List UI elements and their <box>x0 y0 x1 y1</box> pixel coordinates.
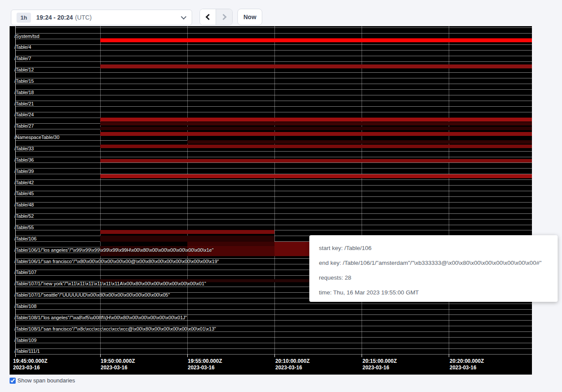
tooltip-requests: requests: 28 <box>319 270 558 285</box>
row-label: /Table/27 <box>14 123 34 129</box>
duration-badge: 1h <box>17 13 31 23</box>
span-boundary-line <box>15 348 532 349</box>
span-boundary-line <box>15 191 532 191</box>
span-boundary-line <box>15 157 532 157</box>
span-boundary-line <box>15 225 532 225</box>
row-label: /Table/107/1/"seattle"/"UUUUUUD\x00\x80\… <box>14 292 170 298</box>
time-gridline <box>362 26 362 356</box>
span-boundary-line <box>15 202 532 203</box>
span-boundary-line <box>15 179 532 180</box>
span-boundary-line <box>15 196 532 197</box>
heatmap-band[interactable] <box>100 174 532 178</box>
span-boundary-line <box>15 101 532 101</box>
row-label: /Table/24 <box>14 112 34 118</box>
row-label: /Table/107 <box>14 270 37 275</box>
next-time-button[interactable] <box>216 9 232 25</box>
span-boundary-line <box>15 162 532 163</box>
span-boundary-line <box>15 95 532 95</box>
time-nav-group <box>200 9 233 25</box>
span-boundary-line <box>15 61 532 62</box>
heatmap-band[interactable] <box>100 132 532 136</box>
span-boundary-line <box>15 27 532 28</box>
x-axis-tick-label: 19:50:00.000Z2023-03-16 <box>101 358 135 371</box>
row-label: /Table/109 <box>14 338 37 343</box>
row-label: /Table/36 <box>14 157 34 163</box>
heatmap-band[interactable] <box>100 118 532 122</box>
tick-date: 2023-03-16 <box>362 365 397 371</box>
span-boundary-line <box>15 185 532 186</box>
row-label: /Table/108/1/"san francisco"/"\x8c\xcc\x… <box>14 326 216 332</box>
row-label: /Table/111/1 <box>14 348 40 354</box>
chevron-down-icon <box>181 14 186 20</box>
span-boundary-line <box>15 84 532 84</box>
tick-date: 2023-03-16 <box>188 365 222 371</box>
row-label: /Table/108/1/"los angeles"/"\xa8\xf5\u00… <box>14 315 187 321</box>
row-label: /Table/42 <box>14 180 34 186</box>
prev-time-button[interactable] <box>200 9 216 25</box>
span-boundary-line <box>15 304 532 304</box>
span-boundary-line <box>15 33 532 34</box>
time-range-label: 19:24 - 20:24 <box>36 14 73 21</box>
heatmap-band[interactable] <box>100 127 532 130</box>
span-boundary-line <box>15 56 532 56</box>
span-boundary-line <box>15 219 532 220</box>
tooltip-time: time: Thu, 16 Mar 2023 19:55:00 GMT <box>319 285 558 300</box>
time-gridline <box>274 26 275 356</box>
x-axis-tickmark <box>274 354 275 357</box>
row-label: /Table/21 <box>14 101 34 107</box>
heatmap-band[interactable] <box>187 140 532 144</box>
row-label: /Table/18 <box>14 90 34 95</box>
span-boundary-line <box>15 208 532 208</box>
heatmap-band[interactable] <box>187 242 274 246</box>
heatmap-band[interactable] <box>100 236 274 242</box>
span-boundary-line <box>15 337 532 338</box>
row-label: /Table/33 <box>14 146 34 152</box>
span-boundary-line <box>15 78 532 78</box>
row-label: /Table/7 <box>14 56 31 61</box>
timezone-label: (UTC) <box>75 14 91 21</box>
row-label: /Table/48 <box>14 202 34 208</box>
x-axis-tick-label: 20:20:00.000Z2023-03-16 <box>450 358 484 371</box>
tick-time: 20:10:00.000Z <box>275 358 310 365</box>
tooltip-end-key: end key: /Table/106/1/"amsterdam"/"\xb33… <box>319 256 558 270</box>
heatmap-band[interactable] <box>100 122 532 125</box>
tick-time: 19:45:00.000Z <box>13 358 47 365</box>
row-label: /Table/55 <box>14 225 34 230</box>
now-button[interactable]: Now <box>237 9 262 25</box>
row-label: /Table/4 <box>14 44 31 50</box>
heatmap-band[interactable] <box>100 159 532 162</box>
time-range-selector[interactable]: 1h 19:24 - 20:24 (UTC) <box>11 10 192 25</box>
tooltip: start key: /Table/106 end key: /Table/10… <box>309 235 558 302</box>
tick-date: 2023-03-16 <box>275 365 310 371</box>
span-boundary-line <box>15 72 532 73</box>
chevron-right-icon <box>220 14 226 20</box>
span-boundary-line <box>15 112 532 112</box>
row-label: /Table/15 <box>14 78 34 84</box>
span-boundary-line <box>15 50 532 51</box>
row-label: /Table/45 <box>14 191 34 196</box>
show-span-boundaries-checkbox[interactable] <box>10 378 16 384</box>
heatmap-band[interactable] <box>100 64 532 68</box>
tick-time: 19:55:00.000Z <box>188 358 222 365</box>
span-boundary-line <box>15 343 532 343</box>
tick-date: 2023-03-16 <box>450 365 484 371</box>
row-label: /Table/106/1/"los angeles"/"\x99\x99\x99… <box>14 247 213 253</box>
footer: Show span boundaries <box>10 377 75 384</box>
x-axis-tick-label: 19:55:00.000Z2023-03-16 <box>188 358 222 371</box>
span-boundary-line <box>15 44 532 45</box>
tick-time: 19:50:00.000Z <box>101 358 135 365</box>
key-visualizer-canvas[interactable]: /System/tsd/Table/4/Table/7/Table/12/Tab… <box>10 26 532 375</box>
heatmap-band[interactable] <box>100 230 274 234</box>
row-label: /Table/107/1/"new york"/"\x11\x11\x11\x1… <box>14 281 206 287</box>
span-boundary-line <box>15 213 532 214</box>
span-boundary-line <box>15 89 532 90</box>
tick-time: 20:20:00.000Z <box>450 358 484 365</box>
tooltip-start-key: start key: /Table/106 <box>319 241 558 256</box>
tick-date: 2023-03-16 <box>13 365 47 371</box>
heatmap-band[interactable] <box>100 38 532 42</box>
row-label: /Table/52 <box>14 213 34 219</box>
row-label: /Table/12 <box>14 67 34 73</box>
x-axis-tickmark <box>449 354 449 357</box>
heatmap-band[interactable] <box>100 145 532 148</box>
x-axis-tickmark <box>362 354 362 357</box>
